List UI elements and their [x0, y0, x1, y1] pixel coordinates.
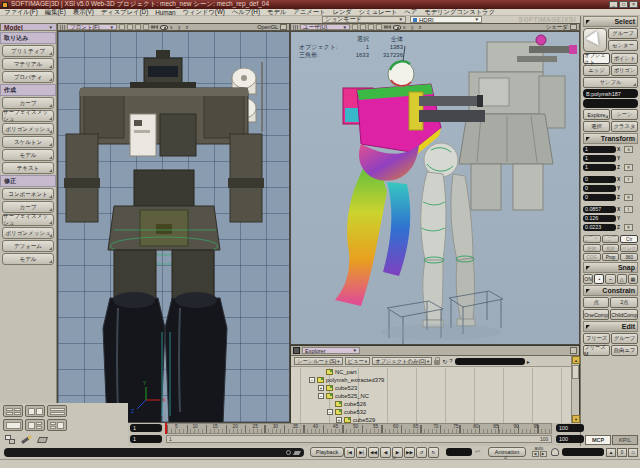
snap-toggle-button[interactable]: ▦ [628, 274, 638, 284]
tool-palette-item[interactable]: 取り込み [0, 32, 56, 44]
construction-mode-dropdown[interactable]: ションモード ▼ [322, 16, 406, 23]
edit-panel-header[interactable]: Edit [583, 321, 638, 332]
secondary-selection-field[interactable] [583, 99, 638, 108]
timeline-ruler[interactable]: 5101520253035404550556065707580859095 [166, 423, 552, 434]
capture-button[interactable]: □ [628, 448, 638, 457]
tree-expand-toggle[interactable]: + [318, 385, 324, 391]
selection-button[interactable]: 選択 [583, 121, 610, 132]
transform-mode-button[interactable]: ローカル [583, 235, 601, 243]
transform-value-field[interactable]: 1 [583, 164, 616, 171]
transform-mode-icon-button[interactable]: ≡ [624, 164, 633, 171]
playback-range-bar[interactable]: 1 [166, 435, 552, 443]
viewport-b-display-mode[interactable]: シェーダ [546, 24, 568, 31]
menu-item[interactable]: Human [155, 9, 175, 16]
drag-grip-icon[interactable] [293, 25, 298, 30]
window-control-button[interactable]: × [629, 1, 638, 8]
selection-filter-button[interactable]: ポリゴン [611, 65, 638, 76]
select-group-button[interactable]: グループ [608, 28, 638, 39]
explorer-filter-field[interactable] [455, 358, 525, 365]
module-dropdown[interactable]: Model ▼ [0, 23, 57, 31]
transport-button[interactable]: |◀ [344, 447, 355, 458]
transform-mode-icon-button[interactable]: ≡ [624, 194, 633, 201]
transform-mode-button[interactable]: 相対 [602, 244, 620, 252]
snap-panel-header[interactable]: Snap [583, 262, 638, 273]
current-frame-field[interactable]: 1 [130, 435, 162, 443]
tool-palette-item[interactable]: サーフェイスメッシュ [2, 214, 54, 226]
window-control-button[interactable]: □ [619, 1, 628, 8]
transform-value-field[interactable]: 0 [583, 194, 616, 201]
layout-two-plus-right-button[interactable] [47, 419, 67, 431]
viewport-resize-button[interactable] [280, 24, 287, 30]
objects-only-button[interactable]: オブジェクトのみ(O)▾ [372, 357, 432, 365]
tool-palette-item[interactable]: 修正 [0, 175, 56, 187]
transform-value-field[interactable]: 0.0223 [583, 224, 616, 231]
select-center-button[interactable]: センター [608, 40, 638, 51]
tool-palette-item[interactable]: サーフェイスメッシュ [2, 110, 54, 122]
tool-palette-item[interactable]: カーブ [2, 201, 54, 213]
transform-value-field[interactable]: 0.126 [583, 215, 616, 222]
transform-mode-button[interactable]: 絶対 [583, 244, 601, 252]
transform-mode-icon-button[interactable]: t [624, 206, 633, 213]
snap-toggle-button[interactable]: △ [617, 274, 627, 284]
status-circle-icon[interactable] [286, 450, 291, 455]
tool-palette-item[interactable]: モデル [2, 149, 54, 161]
visibility-eye-icon[interactable] [160, 25, 168, 30]
layout-single-button[interactable] [3, 419, 23, 431]
transform-value-field[interactable]: 1 [583, 155, 616, 162]
layout-two-rows-button[interactable] [47, 405, 67, 417]
transport-button[interactable]: ↻ [428, 447, 439, 458]
zero-button[interactable]: 0 [617, 448, 627, 457]
transform-value-field[interactable]: 0 [583, 176, 616, 183]
refresh-icon[interactable]: ↻ [442, 358, 447, 365]
pop-up-button[interactable]: ▲ [606, 448, 616, 457]
transport-button[interactable]: ◀ [380, 447, 391, 458]
camera-icon[interactable] [151, 25, 158, 30]
transform-mode-button[interactable]: Prop [602, 253, 620, 261]
tool-palette-item[interactable]: モデル [2, 253, 54, 265]
axis-toggle-letters[interactable]: x y z [170, 24, 190, 30]
viewport-b-view-dropdown[interactable]: ユーザ(U) ▼ [300, 24, 350, 30]
tree-node-row[interactable]: − cube532 [291, 408, 571, 416]
hdri-dropdown[interactable]: HDRI ▼ [410, 16, 482, 23]
selection-filter-button[interactable]: ポイント [611, 53, 638, 64]
scroll-thumb[interactable] [572, 365, 579, 379]
memo-cam-button[interactable] [127, 24, 133, 30]
transform-mode-button[interactable]: リンク [620, 244, 638, 252]
axis-toggle-letters[interactable]: x y z [403, 24, 423, 30]
snap-toggle-button[interactable]: ON [583, 274, 593, 284]
help-icon[interactable]: ? [449, 358, 452, 364]
edit-button[interactable]: フリーズ [583, 333, 610, 344]
constrain-button[interactable]: 点 [583, 297, 609, 308]
expand-right-icon[interactable]: ▸ [527, 358, 530, 365]
select-sample-button[interactable]: サンプル [583, 77, 638, 88]
tool-palette-item[interactable]: ポリゴンメッシュ [2, 227, 54, 239]
scene-root-button[interactable]: シーンルート(S)▾ [294, 357, 343, 365]
lock-icon[interactable] [434, 360, 440, 365]
tool-palette-item[interactable]: マテリアル [2, 58, 54, 70]
explorer-view-dropdown[interactable]: Explorer ▼ [302, 347, 360, 354]
memo-cam-button[interactable] [135, 24, 141, 30]
playback-menu-button[interactable]: Playback [310, 447, 344, 457]
memo-cam-button[interactable] [368, 24, 374, 30]
edit-button[interactable]: 自由エフ [611, 345, 638, 356]
memo-cam-button[interactable] [376, 24, 382, 30]
current-selection-field[interactable]: B:polymsh187 [583, 89, 638, 98]
frame-step-icon[interactable]: +< [475, 449, 480, 454]
selection-filter-button[interactable]: エッジ [583, 65, 610, 76]
visibility-eye-icon[interactable] [393, 25, 401, 30]
edit-button[interactable]: フリーズM [583, 345, 610, 356]
window-control-button[interactable]: _ [609, 1, 618, 8]
tool-palette-item[interactable]: プロパティ [2, 71, 54, 83]
select-tool-button[interactable] [583, 28, 607, 52]
layout-left-plus-two-button[interactable] [25, 419, 45, 431]
edit-button[interactable]: グループ [611, 333, 638, 344]
constrain-panel-header[interactable]: Constrain [583, 285, 638, 296]
frame-start-field[interactable]: 1 [130, 424, 162, 432]
tree-node-row[interactable]: + cube529 [291, 416, 571, 423]
script-entry-field[interactable] [562, 448, 604, 456]
constrain-button[interactable]: 2点 [610, 297, 638, 308]
tool-palette-item[interactable]: テキスト [2, 162, 54, 174]
tool-palette-item[interactable]: カーブ [2, 97, 54, 109]
key-icon[interactable] [551, 448, 559, 456]
tree-expand-toggle[interactable]: − [318, 393, 324, 399]
